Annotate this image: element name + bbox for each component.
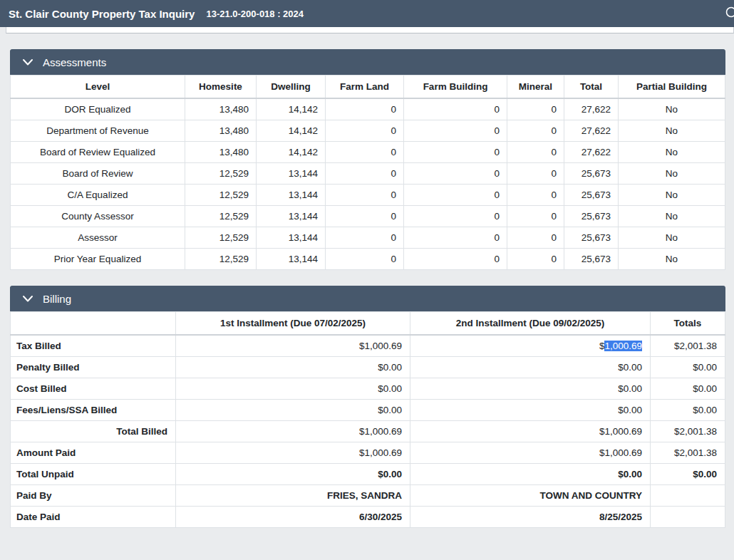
table-cell: $0.00 bbox=[410, 378, 651, 400]
billing-table: 1st Installment (Due 07/02/2025)2nd Inst… bbox=[10, 311, 725, 528]
assessments-section: Assessments LevelHomesiteDwellingFarm La… bbox=[10, 49, 725, 270]
table-cell: 14,142 bbox=[257, 120, 326, 142]
table-cell bbox=[651, 485, 725, 507]
table-cell: Prior Year Equalized bbox=[11, 249, 185, 270]
table-cell: No bbox=[619, 185, 725, 206]
assessments-section-title: Assessments bbox=[43, 56, 106, 68]
table-row: Board of Review Equalized13,48014,142000… bbox=[11, 142, 725, 163]
table-cell: No bbox=[619, 227, 725, 249]
billing-section: Billing 1st Installment (Due 07/02/2025)… bbox=[10, 286, 725, 528]
table-cell: $2,001.38 bbox=[651, 442, 725, 464]
table-cell: 14,142 bbox=[257, 98, 326, 120]
assessments-section-header[interactable]: Assessments bbox=[10, 49, 725, 75]
table-cell: $0.00 bbox=[651, 357, 725, 378]
column-header: 1st Installment (Due 07/02/2025) bbox=[176, 312, 410, 336]
table-cell: $2,001.38 bbox=[651, 335, 725, 357]
table-cell: $0.00 bbox=[176, 357, 410, 378]
table-cell: $0.00 bbox=[651, 378, 725, 400]
table-cell: 0 bbox=[507, 227, 564, 249]
assessments-header-row: LevelHomesiteDwellingFarm LandFarm Build… bbox=[11, 76, 725, 99]
billing-section-header[interactable]: Billing bbox=[10, 286, 725, 311]
table-cell: 0 bbox=[404, 227, 507, 249]
table-cell: 0 bbox=[404, 120, 507, 142]
column-header: Totals bbox=[651, 312, 725, 336]
table-cell: No bbox=[619, 249, 725, 270]
table-cell: 0 bbox=[326, 142, 404, 163]
table-cell: TOWN AND COUNTRY bbox=[410, 485, 651, 507]
table-row: Cost Billed$0.00$0.00$0.00 bbox=[11, 378, 725, 400]
table-cell: Total Billed bbox=[11, 421, 176, 442]
table-cell: 0 bbox=[404, 163, 507, 185]
column-header: Total bbox=[564, 76, 619, 99]
table-row: Fees/Liens/SSA Billed$0.00$0.00$0.00 bbox=[11, 400, 725, 421]
table-row: Prior Year Equalized12,52913,14400025,67… bbox=[11, 249, 725, 270]
billing-header-row: 1st Installment (Due 07/02/2025)2nd Inst… bbox=[11, 312, 725, 336]
table-row: Penalty Billed$0.00$0.00$0.00 bbox=[11, 357, 725, 378]
app-header: St. Clair County Property Tax Inquiry 13… bbox=[0, 0, 734, 27]
column-header: Mineral bbox=[507, 76, 564, 99]
table-cell: 25,673 bbox=[564, 227, 619, 249]
table-cell: DOR Equalized bbox=[11, 98, 185, 120]
table-cell: $1,000.69 bbox=[176, 442, 410, 464]
table-cell: $1,000.69 bbox=[410, 442, 651, 464]
table-row: Paid ByFRIES, SANDRATOWN AND COUNTRY bbox=[11, 485, 725, 507]
table-cell: $0.00 bbox=[651, 464, 725, 485]
table-cell: 13,144 bbox=[257, 227, 326, 249]
search-icon[interactable] bbox=[725, 6, 734, 21]
table-cell: 0 bbox=[326, 98, 404, 120]
selected-text: 1,000.69 bbox=[604, 341, 642, 351]
parcel-id: 13-21.0-200-018 : 2024 bbox=[206, 9, 304, 19]
table-cell: 0 bbox=[507, 98, 564, 120]
table-cell: Penalty Billed bbox=[11, 357, 176, 378]
table-cell: Fees/Liens/SSA Billed bbox=[11, 400, 176, 421]
table-cell: C/A Equalized bbox=[11, 185, 185, 206]
table-row: Assessor12,52913,14400025,673No bbox=[11, 227, 725, 249]
table-cell: Board of Review bbox=[11, 163, 185, 185]
table-cell: 0 bbox=[507, 249, 564, 270]
table-cell: 0 bbox=[326, 249, 404, 270]
column-header: Farm Land bbox=[326, 76, 404, 99]
table-row: Total Billed$1,000.69$1,000.69$2,001.38 bbox=[11, 421, 725, 442]
table-cell: 0 bbox=[404, 185, 507, 206]
table-cell: Tax Billed bbox=[11, 335, 176, 357]
table-cell: 12,529 bbox=[185, 206, 257, 227]
table-cell: No bbox=[619, 142, 725, 163]
table-cell: 27,622 bbox=[564, 120, 619, 142]
table-cell: Cost Billed bbox=[11, 378, 176, 400]
table-cell: 0 bbox=[404, 142, 507, 163]
table-cell: 0 bbox=[326, 206, 404, 227]
column-header: 2nd Installment (Due 09/02/2025) bbox=[410, 312, 651, 336]
table-cell: Department of Revenue bbox=[11, 120, 185, 142]
column-header: Homesite bbox=[185, 76, 257, 99]
table-cell: FRIES, SANDRA bbox=[176, 485, 410, 507]
table-cell: 13,480 bbox=[185, 120, 257, 142]
chevron-down-icon bbox=[22, 293, 33, 305]
table-cell: $1,000.69 bbox=[410, 421, 651, 442]
billing-section-title: Billing bbox=[43, 293, 71, 305]
table-row: C/A Equalized12,52913,14400025,673No bbox=[11, 185, 725, 206]
table-row: DOR Equalized13,48014,14200027,622No bbox=[11, 98, 725, 120]
table-cell: 0 bbox=[404, 206, 507, 227]
column-header bbox=[11, 312, 176, 336]
table-cell: 25,673 bbox=[564, 185, 619, 206]
table-cell: 25,673 bbox=[564, 249, 619, 270]
table-row: Amount Paid$1,000.69$1,000.69$2,001.38 bbox=[11, 442, 725, 464]
column-header: Dwelling bbox=[257, 76, 326, 99]
table-cell: 13,144 bbox=[257, 206, 326, 227]
table-cell: 0 bbox=[404, 249, 507, 270]
table-cell bbox=[651, 507, 725, 528]
scrolled-section-edge bbox=[6, 27, 734, 33]
table-cell: Total Unpaid bbox=[11, 464, 176, 485]
table-cell: 0 bbox=[507, 185, 564, 206]
assessments-table: LevelHomesiteDwellingFarm LandFarm Build… bbox=[10, 75, 725, 270]
table-cell: Board of Review Equalized bbox=[11, 142, 185, 163]
table-cell: Assessor bbox=[11, 227, 185, 249]
table-cell: $0.00 bbox=[176, 400, 410, 421]
table-cell: $0.00 bbox=[410, 464, 651, 485]
table-cell: $2,001.38 bbox=[651, 421, 725, 442]
table-row: Tax Billed$1,000.69$1,000.69$2,001.38 bbox=[11, 335, 725, 357]
table-cell: 0 bbox=[326, 227, 404, 249]
table-cell: 14,142 bbox=[257, 142, 326, 163]
table-cell: 27,622 bbox=[564, 142, 619, 163]
table-row: Board of Review12,52913,14400025,673No bbox=[11, 163, 725, 185]
